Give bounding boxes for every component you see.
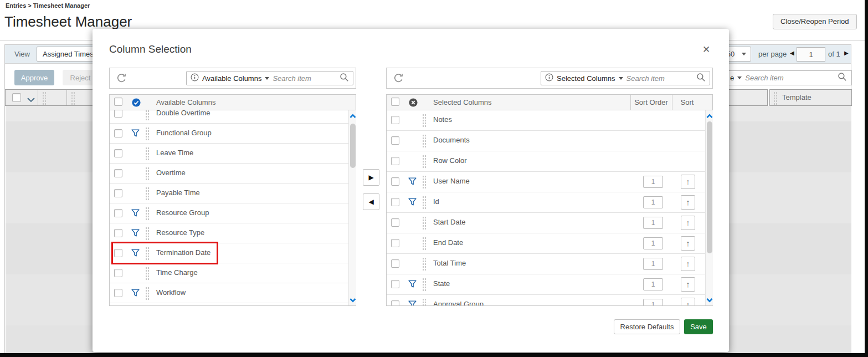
selected-column-row[interactable]: Id↑ xyxy=(387,192,712,213)
drag-handle-icon[interactable] xyxy=(422,298,427,305)
chevron-down-icon[interactable] xyxy=(27,95,35,105)
scroll-down-icon[interactable] xyxy=(349,295,357,304)
selected-column-row[interactable]: Notes xyxy=(387,110,712,131)
scrollbar-thumb[interactable] xyxy=(707,121,712,253)
row-checkbox[interactable] xyxy=(114,110,122,118)
drag-handle-icon[interactable] xyxy=(422,257,427,271)
sort-order-input[interactable] xyxy=(643,237,663,249)
drag-handle-icon[interactable] xyxy=(71,91,75,105)
drag-handle-icon[interactable] xyxy=(145,147,150,160)
selected-column-row[interactable]: Row Color xyxy=(387,151,712,172)
available-column-row[interactable]: Resource Group xyxy=(110,203,356,223)
sort-order-input[interactable] xyxy=(643,196,663,208)
scroll-up-icon[interactable] xyxy=(349,111,357,120)
sort-direction-button[interactable]: ↑ xyxy=(681,298,695,305)
available-column-row[interactable]: Time Charge xyxy=(110,263,356,283)
drag-handle-icon[interactable] xyxy=(42,91,47,105)
scroll-up-icon[interactable] xyxy=(706,111,713,120)
selected-columns-search-box[interactable]: Selected Columns xyxy=(541,71,710,85)
drag-handle-icon[interactable] xyxy=(422,196,427,209)
sort-direction-button[interactable]: ↑ xyxy=(681,216,695,230)
caret-down-icon[interactable] xyxy=(619,77,623,80)
available-column-row[interactable]: Resource Type xyxy=(110,223,356,243)
row-checkbox[interactable] xyxy=(114,289,122,297)
drag-handle-icon[interactable] xyxy=(145,110,150,120)
search-icon[interactable] xyxy=(696,73,706,84)
drag-handle-icon[interactable] xyxy=(145,127,150,140)
available-column-row[interactable]: Functional Group xyxy=(110,124,356,144)
prev-page-icon[interactable]: ◀ xyxy=(790,50,794,56)
sort-order-input[interactable] xyxy=(643,299,663,305)
close-reopen-period-button[interactable]: Close/Reopen Period xyxy=(773,14,857,29)
row-checkbox[interactable] xyxy=(391,198,399,206)
drag-handle-icon[interactable] xyxy=(422,216,427,230)
selected-columns-search-input[interactable] xyxy=(626,74,694,83)
drag-handle-icon[interactable] xyxy=(145,247,150,260)
drag-handle-icon[interactable] xyxy=(145,227,150,240)
sort-order-input[interactable] xyxy=(643,217,663,229)
page-number-input[interactable] xyxy=(797,47,825,62)
available-columns-search-input[interactable] xyxy=(273,74,336,83)
refresh-icon[interactable] xyxy=(115,73,127,85)
available-columns-search-box[interactable]: Available Columns xyxy=(186,71,353,85)
row-checkbox[interactable] xyxy=(114,189,122,197)
available-column-row[interactable]: Double Overtime xyxy=(110,110,356,124)
grid-filter-column-label[interactable]: e xyxy=(730,74,734,82)
info-icon[interactable] xyxy=(191,73,199,84)
row-checkbox[interactable] xyxy=(114,129,122,137)
sort-order-input[interactable] xyxy=(643,176,663,188)
search-scope-label[interactable]: Selected Columns xyxy=(557,74,615,83)
template-column-header[interactable]: Template xyxy=(769,89,852,106)
available-column-row[interactable]: Termination Date xyxy=(110,243,356,263)
drag-handle-icon[interactable] xyxy=(145,167,150,180)
available-column-row[interactable]: Workflow xyxy=(110,283,356,303)
available-column-row[interactable]: Payable Time xyxy=(110,183,356,203)
move-right-button[interactable]: ▶ xyxy=(363,169,379,186)
sort-order-input[interactable] xyxy=(643,278,663,290)
row-checkbox[interactable] xyxy=(114,209,122,217)
next-page-icon[interactable]: ▶ xyxy=(844,50,849,56)
scrollbar[interactable] xyxy=(348,110,356,305)
info-icon[interactable] xyxy=(545,73,553,84)
remove-circle-icon[interactable] xyxy=(409,98,418,109)
row-checkbox[interactable] xyxy=(391,259,399,268)
search-icon[interactable] xyxy=(340,73,349,84)
row-checkbox[interactable] xyxy=(114,249,122,257)
selected-column-row[interactable]: Start Date↑ xyxy=(387,213,712,233)
drag-handle-icon[interactable] xyxy=(422,278,427,291)
scroll-down-icon[interactable] xyxy=(706,295,713,304)
checkmark-circle-icon[interactable] xyxy=(132,98,141,109)
row-checkbox[interactable] xyxy=(114,269,122,277)
select-all-checkbox[interactable] xyxy=(391,98,399,106)
row-checkbox[interactable] xyxy=(391,116,399,124)
row-checkbox[interactable] xyxy=(114,149,122,157)
approve-button[interactable]: Approve xyxy=(14,70,54,85)
selected-column-row[interactable]: Approval Group↑ xyxy=(387,295,712,305)
selected-column-row[interactable]: User Name↑ xyxy=(387,172,712,192)
restore-defaults-button[interactable]: Restore Defaults xyxy=(614,319,680,334)
drag-handle-icon[interactable] xyxy=(422,114,427,127)
drag-handle-icon[interactable] xyxy=(773,91,778,105)
row-checkbox[interactable] xyxy=(391,157,399,165)
row-checkbox[interactable] xyxy=(391,218,399,227)
sort-direction-button[interactable]: ↑ xyxy=(681,236,695,251)
selected-column-row[interactable]: Total Time↑ xyxy=(387,254,712,274)
refresh-icon[interactable] xyxy=(392,73,404,85)
move-left-button[interactable]: ◀ xyxy=(363,193,379,210)
selected-column-row[interactable]: State↑ xyxy=(387,274,712,295)
scrollbar[interactable] xyxy=(705,110,713,305)
sort-direction-button[interactable]: ↑ xyxy=(681,175,695,189)
scrollbar-thumb[interactable] xyxy=(350,124,356,168)
sort-direction-button[interactable]: ↑ xyxy=(681,277,695,292)
select-all-checkbox[interactable] xyxy=(12,93,21,102)
breadcrumb[interactable]: Entries > Timesheet Manager xyxy=(6,2,90,9)
row-checkbox[interactable] xyxy=(114,169,122,177)
search-scope-label[interactable]: Available Columns xyxy=(202,74,261,83)
selected-column-row[interactable]: Documents xyxy=(387,131,712,151)
drag-handle-icon[interactable] xyxy=(145,267,150,280)
sort-direction-button[interactable]: ↑ xyxy=(681,195,695,210)
row-checkbox[interactable] xyxy=(391,136,399,145)
available-column-row[interactable]: Overtime xyxy=(110,164,356,183)
row-checkbox[interactable] xyxy=(391,177,399,186)
drag-handle-icon[interactable] xyxy=(422,134,427,147)
